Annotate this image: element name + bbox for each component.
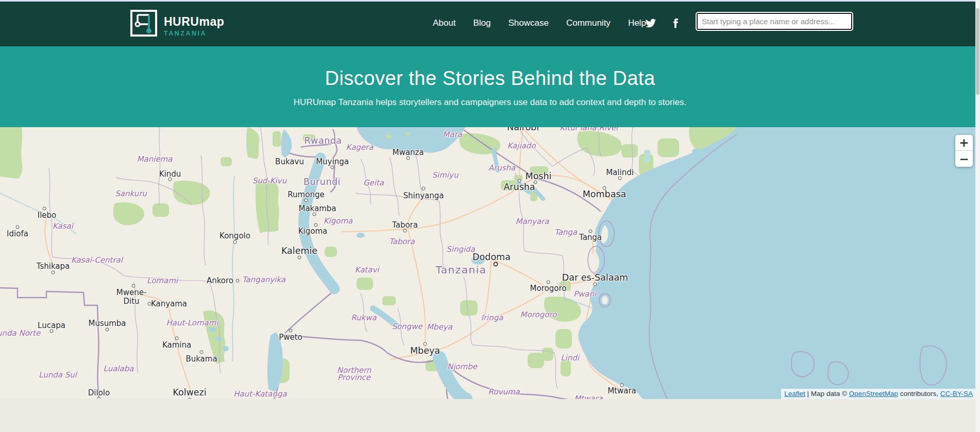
nav-link-showcase[interactable]: Showcase bbox=[508, 18, 548, 28]
map-attribution: Leaflet | Map data © OpenStreetMap contr… bbox=[781, 389, 976, 399]
nav-link-help[interactable]: Help bbox=[628, 18, 646, 28]
map-tiles bbox=[0, 127, 980, 399]
zoom-out-button[interactable]: − bbox=[955, 151, 973, 167]
hero-title: Discover the Stories Behind the Data bbox=[0, 46, 980, 90]
main-nav: AboutBlogShowcaseCommunityHelp bbox=[433, 0, 646, 46]
zoom-in-button[interactable]: + bbox=[955, 135, 973, 151]
page-footer bbox=[0, 399, 980, 432]
browser-top-edge bbox=[0, 0, 980, 2]
site-logo[interactable]: HURUmap TANZANIA bbox=[130, 10, 224, 37]
nav-link-community[interactable]: Community bbox=[566, 18, 611, 28]
leaflet-map[interactable]: RwandaBurundiTanzaniaNairobiKituiTana Ri… bbox=[0, 127, 980, 399]
attribution-link[interactable]: Leaflet bbox=[784, 390, 805, 398]
browser-scrollbar bbox=[975, 0, 980, 432]
twitter-icon[interactable] bbox=[645, 18, 656, 29]
attribution-text: | Map data © bbox=[805, 390, 849, 398]
nav-link-about[interactable]: About bbox=[433, 18, 455, 28]
attribution-link[interactable]: OpenStreetMap bbox=[849, 390, 898, 398]
site-header: HURUmap TANZANIA AboutBlogShowcaseCommun… bbox=[0, 0, 980, 46]
scrollbar-thumb[interactable] bbox=[976, 8, 979, 95]
map-zoom-control: + − bbox=[955, 135, 973, 167]
attribution-link[interactable]: CC-BY-SA bbox=[940, 390, 973, 398]
attribution-text: contributors, bbox=[898, 390, 940, 398]
logo-subtitle: TANZANIA bbox=[164, 30, 224, 37]
hero-banner: Discover the Stories Behind the Data HUR… bbox=[0, 46, 980, 127]
hurumap-logo-icon bbox=[130, 10, 157, 37]
hero-subtitle: HURUmap Tanzania helps storytellers and … bbox=[0, 97, 980, 108]
place-search-input[interactable] bbox=[697, 13, 852, 30]
logo-title: HURUmap bbox=[164, 16, 224, 28]
nav-link-blog[interactable]: Blog bbox=[473, 18, 491, 28]
facebook-icon[interactable] bbox=[670, 18, 681, 29]
social-links bbox=[645, 0, 681, 46]
